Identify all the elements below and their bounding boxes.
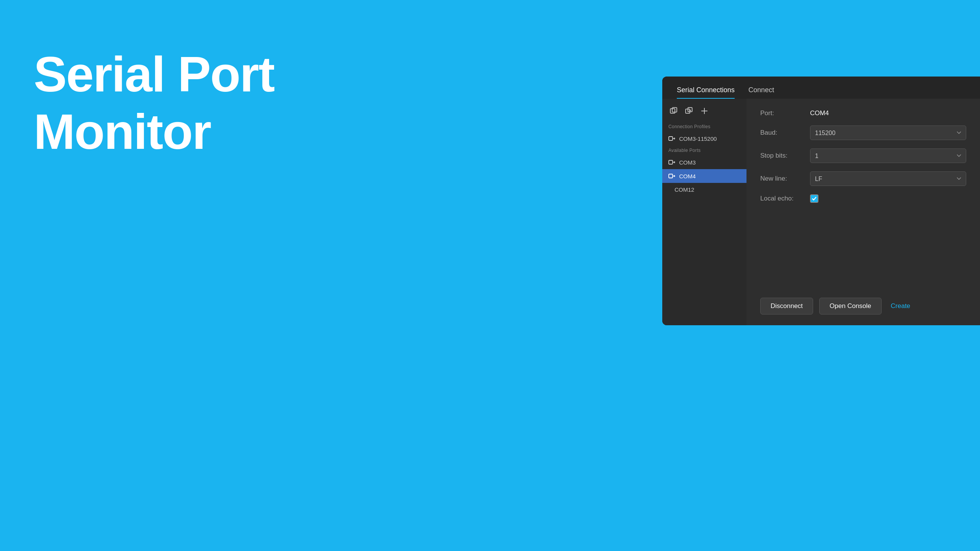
action-buttons: Disconnect Open Console Create <box>760 290 966 315</box>
svg-rect-12 <box>669 160 673 164</box>
open-console-button[interactable]: Open Console <box>819 298 882 315</box>
baud-label: Baud: <box>760 129 810 137</box>
disconnect-button[interactable]: Disconnect <box>760 298 813 315</box>
tab-serial-connections[interactable]: Serial Connections <box>670 82 742 99</box>
port-icon-com3 <box>668 159 675 166</box>
local-echo-checkbox[interactable] <box>810 194 818 203</box>
stop-bits-row: Stop bits: 1 1.5 2 <box>760 148 966 163</box>
svg-rect-8 <box>669 137 673 140</box>
stop-bits-select[interactable]: 1 1.5 2 <box>810 148 966 163</box>
available-ports-label: Available Ports <box>662 145 746 155</box>
port-label: Port: <box>760 109 810 117</box>
svg-rect-16 <box>669 174 673 178</box>
add-connection-icon[interactable] <box>668 106 679 116</box>
serial-monitor-panel: Serial Connections Connect <box>662 77 980 325</box>
baud-row: Baud: 9600 19200 38400 57600 115200 2304… <box>760 126 966 140</box>
new-plus-icon[interactable] <box>699 106 710 116</box>
port-value: COM4 <box>810 109 829 117</box>
hero-title: Serial Port Monitor <box>34 46 274 160</box>
local-echo-label: Local echo: <box>760 195 810 202</box>
port-icon-com4 <box>668 173 675 179</box>
tab-connect[interactable]: Connect <box>742 82 781 99</box>
baud-select[interactable]: 9600 19200 38400 57600 115200 230400 460… <box>810 126 966 140</box>
new-line-label: New line: <box>760 175 810 183</box>
sidebar-item-com3[interactable]: COM3 <box>662 155 746 169</box>
sidebar-toolbar <box>662 103 746 122</box>
new-line-row: New line: LF CR CR+LF None <box>760 171 966 186</box>
stop-bits-label: Stop bits: <box>760 152 810 160</box>
tab-bar: Serial Connections Connect <box>662 77 980 99</box>
sidebar-item-com12[interactable]: COM12 <box>662 183 746 196</box>
port-icon-com3-115200 <box>668 135 675 142</box>
port-row: Port: COM4 <box>760 109 966 117</box>
connection-profiles-label: Connection Profiles <box>662 122 746 132</box>
local-echo-checkbox-area <box>810 194 818 203</box>
detail-panel: Port: COM4 Baud: 9600 19200 38400 57600 … <box>746 99 980 325</box>
new-line-select[interactable]: LF CR CR+LF None <box>810 171 966 186</box>
local-echo-row: Local echo: <box>760 194 966 203</box>
create-button[interactable]: Create <box>888 298 913 315</box>
hero-title-line2: Monitor <box>34 104 211 160</box>
duplicate-connection-icon[interactable] <box>684 106 694 116</box>
panel-body: Connection Profiles COM3-115200 Availabl… <box>662 99 980 325</box>
sidebar-item-com3-115200[interactable]: COM3-115200 <box>662 132 746 145</box>
sidebar: Connection Profiles COM3-115200 Availabl… <box>662 99 746 325</box>
sidebar-item-com4[interactable]: COM4 <box>662 169 746 183</box>
hero-title-line1: Serial Port <box>34 46 274 102</box>
